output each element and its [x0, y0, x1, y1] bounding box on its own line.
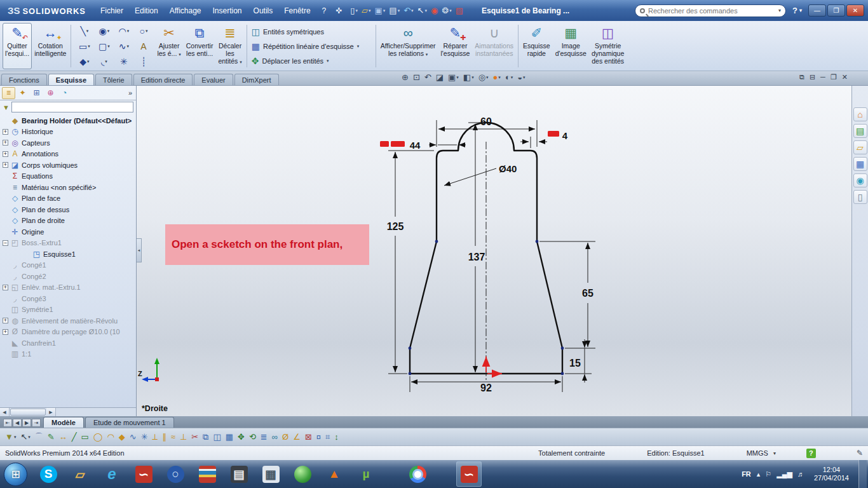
quick-access-button[interactable]: ▣▾	[373, 4, 388, 17]
sketch-toolbar-button[interactable]: ⟲	[247, 430, 258, 444]
tree-expander[interactable]: +	[3, 151, 8, 157]
taskbar-app-icon[interactable]: e	[99, 461, 125, 487]
pane-control-button[interactable]: ❐	[831, 73, 837, 81]
menu-item[interactable]: Fichier	[95, 4, 129, 18]
sketch-origin[interactable]	[486, 356, 502, 374]
motion-nav-button[interactable]: ▶	[22, 419, 31, 427]
menu-item[interactable]: Edition	[129, 4, 164, 18]
sketch-toolbar-button[interactable]: ▦	[224, 430, 235, 444]
ribbon-stack-button[interactable]: ◫Entités symétriques	[252, 25, 371, 39]
scroll-thumb[interactable]	[10, 409, 46, 416]
panel-collapse-handle[interactable]: ◂	[137, 238, 142, 262]
sketch-toolbar-button[interactable]: ⧉	[201, 430, 210, 444]
tray-icon[interactable]: ⚐	[765, 470, 771, 478]
tree-item[interactable]: + Ø Diamètre du perçage Ø10.0 (10	[0, 327, 136, 338]
heads-up-button[interactable]: ⊡	[413, 72, 420, 82]
document-tab[interactable]: Modèle	[43, 417, 84, 428]
sketch-toolbar-button[interactable]: ╱	[70, 430, 79, 444]
tree-item[interactable]: + ◎ Capteurs	[0, 137, 136, 149]
tree-item[interactable]: + A Annotations	[0, 149, 136, 160]
tree-horizontal-scrollbar[interactable]: ◀ ▶	[0, 407, 136, 416]
sketch-tool-button[interactable]: ◆▾	[74, 54, 94, 69]
window-control-button[interactable]: —	[808, 4, 826, 17]
taskbar-app-icon[interactable]: ○	[163, 461, 188, 487]
tree-item[interactable]: ◫ Symétrie1	[0, 304, 136, 316]
sketch-toolbar-button[interactable]: ⌗	[323, 430, 332, 444]
sketch-tool-button[interactable]: ✳	[114, 54, 133, 69]
taskbar-app-icon[interactable]: ▤	[226, 461, 252, 487]
scroll-right-icon[interactable]: ▶	[46, 408, 56, 416]
sketch-toolbar-button[interactable]: ◯	[92, 430, 105, 444]
menu-item[interactable]: Insertion	[207, 4, 248, 18]
dimension-label[interactable]: 65	[582, 288, 593, 299]
rapid-sketch-button[interactable]: ✐ Esquisse rapide	[520, 23, 553, 69]
dimension-label[interactable]: 125	[387, 221, 404, 232]
pin-menubar-icon[interactable]: ✜	[336, 6, 342, 15]
taskbar-app-icon[interactable]: µ	[353, 461, 379, 487]
sketch-tool-button[interactable]: ∿▾	[114, 39, 133, 54]
quick-access-button[interactable]: ▯▾	[348, 4, 360, 17]
task-pane-button[interactable]: ◉	[853, 173, 867, 187]
task-pane-button[interactable]: ▦	[853, 157, 867, 171]
feature-manager-tab[interactable]: ✦	[16, 87, 29, 99]
pane-control-button[interactable]: ─	[820, 73, 825, 81]
dimension-label[interactable]: 137	[468, 252, 485, 262]
sketch-toolbar-button[interactable]: ◠	[105, 430, 116, 444]
sketch-toolbar-button[interactable]: ∥	[160, 430, 168, 444]
tree-item[interactable]: + ◍ Enlèvement de matière-Révolu	[0, 315, 136, 327]
sketch-toolbar-button[interactable]: ✥	[236, 430, 247, 444]
menu-item[interactable]: Outils	[248, 4, 279, 18]
window-control-button[interactable]: ✕	[846, 4, 864, 17]
tree-expander[interactable]: +	[3, 318, 8, 323]
tray-icon[interactable]: ▴	[757, 470, 761, 478]
scroll-left-icon[interactable]: ◀	[0, 408, 10, 416]
task-pane-button[interactable]: ▱	[853, 140, 867, 154]
tree-expander[interactable]: +	[3, 285, 8, 290]
menu-item[interactable]: ?	[316, 4, 332, 18]
sketch-toolbar-button[interactable]: ∿	[128, 430, 139, 444]
sketch-picture-button[interactable]: ▦ Image d'esquisse	[553, 23, 589, 69]
document-tab[interactable]: Etude de mouvement 1	[85, 417, 174, 428]
heads-up-button[interactable]: ⊕	[402, 72, 409, 82]
dimension-label[interactable]: 44	[410, 140, 421, 151]
quick-access-button[interactable]: ▤▾	[387, 4, 402, 17]
tree-item[interactable]: ◇ Plan de dessus	[0, 204, 136, 215]
tree-item[interactable]: ✛ Origine	[0, 226, 136, 238]
help-menu[interactable]: ?▾	[792, 6, 802, 15]
tree-item[interactable]: ≡ Matériau <non spécifié>	[0, 182, 136, 193]
tree-item[interactable]: + ◪ Corps volumiques	[0, 159, 136, 171]
dimension-label[interactable]: 15	[569, 358, 581, 369]
language-indicator[interactable]: FR	[742, 470, 751, 478]
tray-icon[interactable]: ▂▄▆	[776, 470, 792, 478]
task-pane-button[interactable]: ▤	[853, 124, 867, 138]
pane-control-button[interactable]: ⊟	[810, 73, 815, 81]
tree-item[interactable]: + ◷ Historique	[0, 126, 136, 138]
taskbar-app-icon[interactable]: ▲	[322, 461, 347, 487]
taskbar-app-icon[interactable]	[290, 461, 315, 487]
sketch-toolbar-button[interactable]: ⊠	[303, 430, 314, 444]
units-selector[interactable]: MMGS	[747, 449, 768, 457]
motion-nav-button[interactable]: ◀	[13, 419, 22, 427]
sketch-tool-button[interactable]: ◉▾	[94, 24, 114, 39]
tree-item[interactable]: ▥ 1:1	[0, 349, 136, 360]
tree-item[interactable]: ◇ Plan de droite	[0, 215, 136, 227]
dimension-label[interactable]: 4	[562, 130, 568, 141]
exit-sketch-button[interactable]: ✎↶ Quitter l'esqui...	[3, 23, 32, 69]
sketch-toolbar-button[interactable]: ∠	[291, 430, 302, 444]
heads-up-button[interactable]: ◐▾	[505, 72, 513, 82]
sketch-toolbar-button[interactable]: ✳	[139, 430, 150, 444]
tree-item[interactable]: + ◱ Enlèv. mat.-Extru.1	[0, 282, 136, 294]
sketch-toolbar-button[interactable]: ≈	[169, 430, 177, 444]
sketch-toolbar-button[interactable]: ✎	[46, 430, 57, 444]
dimension-label[interactable]: 92	[480, 383, 492, 393]
trim-entities-button[interactable]: ✂ Ajuster les é... ▾	[154, 23, 183, 69]
search-input[interactable]	[648, 7, 778, 15]
dimension-label[interactable]: Ø40	[499, 163, 517, 174]
taskbar-app-icon[interactable]: ∽	[131, 461, 156, 487]
sketch-tool-button[interactable]: A	[133, 39, 153, 54]
taskbar-app-icon[interactable]	[194, 461, 220, 487]
taskbar-app-icon[interactable]: ▦	[258, 461, 283, 487]
feature-manager-tab[interactable]: ⊞	[30, 87, 43, 99]
filter-funnel-icon[interactable]: ▼	[3, 104, 10, 111]
start-button[interactable]: ⊞	[4, 463, 27, 486]
